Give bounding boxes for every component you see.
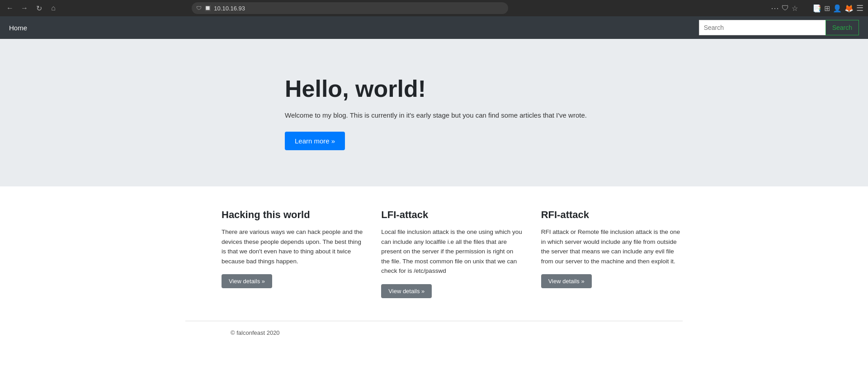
layout-icon[interactable]: ⊞ xyxy=(824,4,830,13)
shield-icon[interactable]: 🛡 xyxy=(782,4,789,12)
browser-chrome: ← → ↻ ⌂ 🛡 🔲 10.10.16.93 ⋯ 🛡 ☆ 📑 ⊞ 👤 🦊 ☰ xyxy=(0,0,868,16)
article-body: There are various ways we can hack peopl… xyxy=(222,227,363,266)
hero-title: Hello, world! xyxy=(285,75,637,102)
article-title: RFI-attack xyxy=(541,209,683,221)
article-body: RFI attack or Remote file inclusion atta… xyxy=(541,227,683,266)
footer-text: © falconfeast 2020 xyxy=(194,329,674,336)
article-title: Hacking this world xyxy=(222,209,363,221)
search-input[interactable] xyxy=(699,20,826,35)
bookmark-icon[interactable]: 📑 xyxy=(812,4,821,13)
forward-button[interactable]: → xyxy=(19,3,30,14)
view-details-button[interactable]: View details » xyxy=(541,274,592,288)
more-icon[interactable]: ⋯ xyxy=(771,3,779,13)
article-card: RFI-attackRFI attack or Remote file incl… xyxy=(541,209,683,298)
hero-section: Hello, world! Welcome to my blog. This i… xyxy=(0,39,868,186)
navbar-brand[interactable]: Home xyxy=(9,24,27,32)
footer-inner: © falconfeast 2020 xyxy=(185,321,683,344)
article-card: LFI-attackLocal file inclusion attack is… xyxy=(381,209,523,298)
reload-button[interactable]: ↻ xyxy=(33,3,44,14)
address-text: 10.10.16.93 xyxy=(214,5,245,12)
article-body: Local file inclusion attack is the one u… xyxy=(381,227,523,276)
learn-more-button[interactable]: Learn more » xyxy=(285,132,345,150)
footer: © falconfeast 2020 xyxy=(0,321,868,344)
home-button[interactable]: ⌂ xyxy=(48,3,59,14)
back-button[interactable]: ← xyxy=(5,3,15,14)
search-form: Search xyxy=(699,20,859,35)
security-icon: 🛡 xyxy=(196,5,202,11)
view-details-button[interactable]: View details » xyxy=(222,274,272,288)
firefox-icon[interactable]: 🦊 xyxy=(844,4,854,13)
addon-icon: 🔲 xyxy=(204,5,211,11)
address-bar[interactable]: 🛡 🔲 10.10.16.93 xyxy=(192,2,508,14)
search-button[interactable]: Search xyxy=(826,20,859,35)
star-icon[interactable]: ☆ xyxy=(792,4,798,13)
article-title: LFI-attack xyxy=(381,209,523,221)
menu-icon[interactable]: ☰ xyxy=(856,3,863,13)
article-card: Hacking this worldThere are various ways… xyxy=(222,209,363,298)
hero-subtitle: Welcome to my blog. This is currently in… xyxy=(285,111,637,119)
navbar: Home Search xyxy=(0,16,868,39)
view-details-button[interactable]: View details » xyxy=(381,284,432,298)
user-icon[interactable]: 👤 xyxy=(833,4,842,13)
articles-section: Hacking this worldThere are various ways… xyxy=(0,186,868,321)
browser-toolbar: ⋯ 🛡 ☆ 📑 ⊞ 👤 🦊 ☰ xyxy=(771,3,863,13)
